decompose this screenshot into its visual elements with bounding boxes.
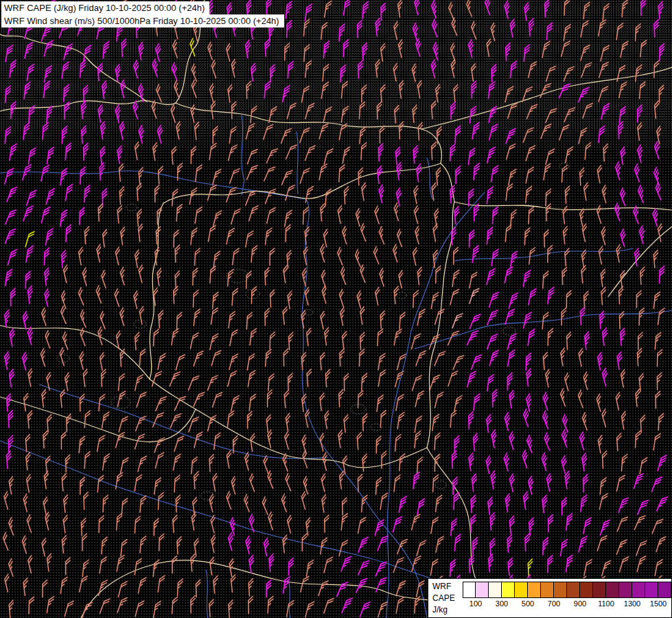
wind-barb [489,291,499,309]
wind-barb [618,188,629,206]
wind-barb [132,60,141,78]
legend-swatch [645,582,658,598]
wind-barb [596,205,605,223]
wind-barb [102,537,107,554]
wind-barb [209,494,218,512]
wind-barb [196,164,202,182]
wind-barb [192,457,197,474]
wind-barb [300,167,310,185]
wind-barb [229,600,234,617]
wind-barb [342,332,348,350]
wind-barb [634,472,643,490]
legend-swatch [463,582,476,598]
wind-barb [548,245,553,262]
wind-barb [378,268,388,286]
wind-barb [80,575,88,593]
wind-barb [632,206,642,224]
legend-tick: 700 [548,599,560,608]
wind-barb [321,474,329,492]
wind-barb [82,601,92,618]
wind-barb [432,414,439,432]
legend-label-unit: J/kg [432,604,463,616]
wind-barb [100,122,107,139]
wind-barb [581,224,590,242]
wind-barb [289,558,294,575]
wind-barb [263,538,271,556]
wind-barb [621,454,627,471]
wind-barb [233,436,238,453]
wind-barb [282,169,292,187]
wind-barb [358,474,362,492]
wind-barb [43,471,50,489]
wind-barb [99,579,108,597]
wind-barb [138,577,146,595]
contour-ellipse [126,204,137,211]
wind-barb [490,513,496,530]
wind-barb [564,106,575,124]
wind-barb [489,349,498,367]
wind-barb [325,0,332,18]
wind-barb [639,308,644,325]
wind-barb [5,227,16,245]
wind-barb [449,43,459,61]
wind-barb [251,106,257,124]
wind-barb [451,102,456,119]
wind-barb [138,126,147,144]
wind-barb [432,224,440,242]
wind-barb [154,247,161,265]
wind-barb [636,65,642,82]
wind-barb [566,146,573,164]
wind-barb [378,185,386,203]
wind-barb [376,477,382,494]
wind-barb [540,82,551,100]
wind-barb [640,267,645,284]
wind-barb [399,80,406,98]
wind-barb [454,395,462,413]
wind-barb [66,558,71,575]
wind-barb [599,61,609,79]
wind-barb [157,125,165,143]
contour-ellipse [227,269,248,283]
wind-barb [337,581,348,599]
wind-barb [282,535,288,553]
wind-barb [544,0,550,17]
wind-barb [413,0,422,15]
contour-ellipse [351,404,366,414]
wind-barb [304,287,312,305]
wind-barb [359,102,364,119]
wind-barb [209,558,216,575]
wind-barb [583,474,588,492]
wind-barb [229,353,237,371]
wind-barb [62,474,68,491]
wind-barb [78,352,87,369]
country-borders [0,0,672,618]
legend-scale: 100300500700900110013001500 [463,579,671,617]
wind-barb [324,41,329,58]
wind-barb [396,597,404,615]
wind-barb [622,0,627,17]
wind-barb [324,597,334,615]
wind-barb [137,391,146,409]
wind-barb [358,60,362,78]
wind-barb [393,63,401,81]
wind-barb [248,370,255,388]
wind-barb [526,103,537,121]
wind-barb [436,266,441,283]
wind-barb [598,247,606,264]
wind-barb [504,413,513,431]
wind-barb [545,369,553,387]
wind-barb [231,575,237,593]
wind-barb [467,40,476,58]
wind-barb [140,536,146,553]
wind-barb [435,84,443,102]
wind-barb [506,127,515,145]
wind-barb [283,431,292,449]
wind-barb [189,415,198,433]
wind-barb [246,271,251,288]
wind-barb [375,287,382,305]
wind-barb [84,451,90,468]
wind-barb [657,373,662,390]
wind-barb [319,244,329,262]
wind-barb [505,494,512,512]
wind-barb [601,45,609,62]
